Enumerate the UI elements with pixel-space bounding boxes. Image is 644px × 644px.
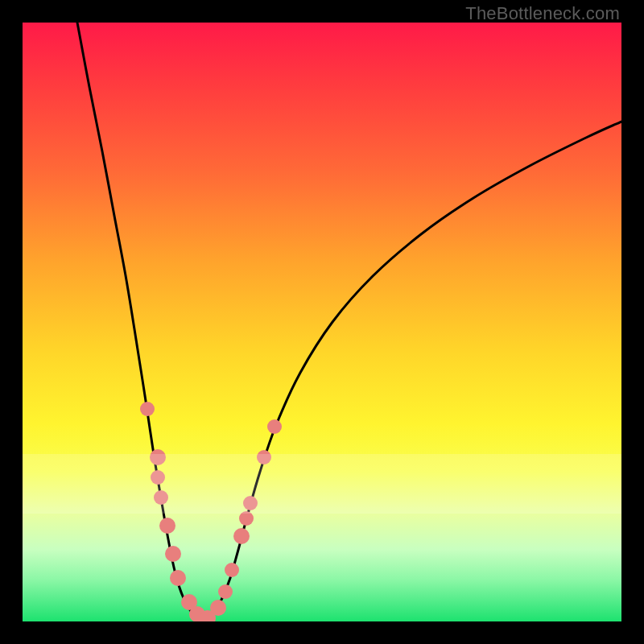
watermark-text: TheBottleneck.com	[465, 3, 620, 24]
data-point	[159, 518, 175, 534]
data-point	[267, 419, 282, 434]
data-point	[210, 600, 226, 616]
data-point	[140, 402, 155, 416]
plot-area	[23, 23, 621, 621]
curve-layer	[23, 23, 621, 621]
data-point	[218, 584, 233, 599]
highlight-band	[23, 454, 621, 514]
data-point	[170, 570, 186, 586]
left-curve	[77, 23, 204, 621]
data-point	[165, 546, 181, 562]
data-point	[225, 563, 239, 577]
right-curve	[204, 122, 621, 621]
chart-frame: TheBottleneck.com	[0, 0, 644, 644]
data-point	[233, 528, 250, 544]
